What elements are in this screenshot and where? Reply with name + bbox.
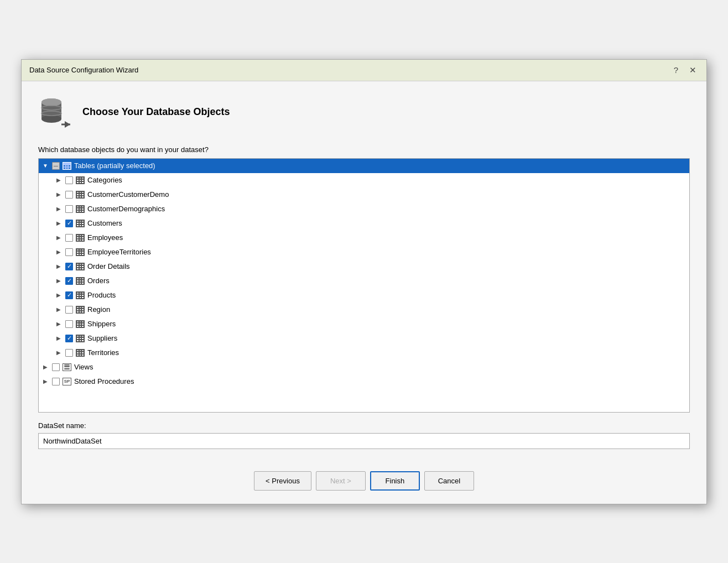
table-icon-12	[75, 348, 85, 357]
table-icon-3	[75, 219, 85, 228]
table-icon-5	[75, 248, 85, 257]
tree-item-region[interactable]: ▶Region	[39, 303, 689, 317]
item-label-7: Orders	[87, 277, 110, 285]
item-label-5: EmployeeTerritories	[87, 248, 151, 256]
tree-item-customerdemographics[interactable]: ▶CustomerDemographics	[39, 202, 689, 216]
checkbox-categories[interactable]	[65, 176, 73, 184]
checkbox-orderdetails[interactable]: ✓	[65, 263, 73, 270]
item-label-8: Products	[87, 291, 116, 299]
dialog-title: Data Source Configuration Wizard	[29, 66, 138, 74]
expander-1[interactable]: ▶	[54, 190, 63, 199]
expander-tables[interactable]: ▼	[41, 161, 50, 170]
sp-icon: SP	[62, 377, 72, 386]
tree-views[interactable]: ▶ Views	[39, 360, 689, 374]
tree-item-products[interactable]: ▶✓Products	[39, 288, 689, 303]
tree-item-customers[interactable]: ▶✓Customers	[39, 216, 689, 231]
finish-button[interactable]: Finish	[370, 471, 420, 491]
checkbox-orders[interactable]: ✓	[65, 277, 73, 285]
expander-views[interactable]: ▶	[41, 363, 50, 372]
table-icon-8	[75, 291, 85, 300]
checkbox-customers[interactable]: ✓	[65, 220, 73, 227]
table-icon-2	[75, 205, 85, 213]
expander-4[interactable]: ▶	[54, 233, 63, 242]
checkbox-employeeterritories[interactable]	[65, 248, 73, 256]
checkbox-shippers[interactable]	[65, 320, 73, 328]
item-label-9: Region	[87, 305, 110, 314]
help-button[interactable]: ?	[670, 64, 682, 76]
question-label: Which database objects do you want in yo…	[38, 145, 690, 154]
dialog-window: Data Source Configuration Wizard ? ✕	[21, 59, 707, 504]
previous-button[interactable]: < Previous	[254, 471, 311, 491]
header-section: Choose Your Database Objects	[38, 95, 690, 130]
tables-icon	[62, 161, 72, 170]
sp-label: Stored Procedures	[74, 377, 134, 385]
next-button[interactable]: Next >	[316, 471, 366, 491]
tree-root-tables[interactable]: ▼ ─ Tables (partially selec	[39, 159, 689, 173]
checkbox-territories[interactable]	[65, 349, 73, 357]
tree-item-orderdetails[interactable]: ▶✓Order Details	[39, 259, 689, 274]
checkbox-region[interactable]	[65, 306, 73, 314]
item-label-10: Shippers	[87, 320, 116, 328]
svg-point-3	[41, 98, 61, 106]
item-label-12: Territories	[87, 348, 119, 357]
item-label-4: Employees	[87, 233, 123, 242]
tree-item-orders[interactable]: ▶✓Orders	[39, 274, 689, 288]
expander-5[interactable]: ▶	[54, 248, 63, 257]
table-icon-0	[75, 176, 85, 185]
checkbox-tables[interactable]: ─	[52, 162, 60, 170]
views-label: Views	[74, 363, 93, 371]
tree-items-container: ▶Categories▶CustomerCustomerDemo▶Custome…	[39, 173, 689, 360]
checkbox-suppliers[interactable]: ✓	[65, 335, 73, 342]
tree-item-shippers[interactable]: ▶Shippers	[39, 317, 689, 331]
table-icon-1	[75, 190, 85, 199]
tree-stored-procedures[interactable]: ▶ SP Stored Procedures	[39, 374, 689, 389]
item-label-3: Customers	[87, 219, 122, 227]
table-icon-6	[75, 262, 85, 271]
title-bar: Data Source Configuration Wizard ? ✕	[22, 60, 706, 81]
expander-11[interactable]: ▶	[54, 334, 63, 343]
cancel-button[interactable]: Cancel	[424, 471, 474, 491]
tree-item-customercustomerdemo[interactable]: ▶CustomerCustomerDemo	[39, 187, 689, 202]
expander-12[interactable]: ▶	[54, 348, 63, 357]
checkbox-employees[interactable]	[65, 234, 73, 242]
dataset-section: DataSet name:	[38, 421, 690, 449]
tables-label: Tables (partially selected)	[74, 161, 155, 170]
database-icon	[38, 95, 74, 130]
table-icon-7	[75, 277, 85, 285]
dialog-body: Choose Your Database Objects Which datab…	[22, 81, 706, 460]
expander-3[interactable]: ▶	[54, 219, 63, 228]
table-icon-10	[75, 320, 85, 329]
db-icon-svg	[38, 95, 74, 130]
tree-item-territories[interactable]: ▶Territories	[39, 346, 689, 360]
title-bar-controls: ? ✕	[670, 64, 699, 76]
checkbox-views[interactable]	[52, 363, 60, 371]
tree-item-categories[interactable]: ▶Categories	[39, 173, 689, 187]
expander-2[interactable]: ▶	[54, 205, 63, 213]
expander-8[interactable]: ▶	[54, 291, 63, 300]
tree-container[interactable]: ▼ ─ Tables (partially selec	[38, 158, 690, 413]
checkbox-products[interactable]: ✓	[65, 291, 73, 299]
checkbox-customerdemographics[interactable]	[65, 205, 73, 213]
expander-9[interactable]: ▶	[54, 305, 63, 314]
button-row: < Previous Next > Finish Cancel	[22, 460, 706, 504]
table-icon-11	[75, 334, 85, 343]
svg-point-2	[41, 115, 61, 123]
dataset-name-input[interactable]	[38, 433, 690, 449]
item-label-1: CustomerCustomerDemo	[87, 190, 169, 199]
tree-item-suppliers[interactable]: ▶✓Suppliers	[39, 331, 689, 346]
expander-10[interactable]: ▶	[54, 320, 63, 329]
item-label-11: Suppliers	[87, 334, 117, 342]
expander-sp[interactable]: ▶	[41, 377, 50, 386]
checkbox-customercustomerdemo[interactable]	[65, 191, 73, 199]
table-icon-4	[75, 233, 85, 242]
tree-item-employees[interactable]: ▶Employees	[39, 231, 689, 245]
item-label-2: CustomerDemographics	[87, 205, 165, 213]
item-label-6: Order Details	[87, 262, 130, 270]
expander-6[interactable]: ▶	[54, 262, 63, 271]
tree-item-employeeterritories[interactable]: ▶EmployeeTerritories	[39, 245, 689, 259]
checkbox-sp[interactable]	[52, 378, 60, 385]
expander-0[interactable]: ▶	[54, 176, 63, 185]
table-icon-9	[75, 305, 85, 314]
close-button[interactable]: ✕	[687, 64, 699, 76]
expander-7[interactable]: ▶	[54, 277, 63, 285]
